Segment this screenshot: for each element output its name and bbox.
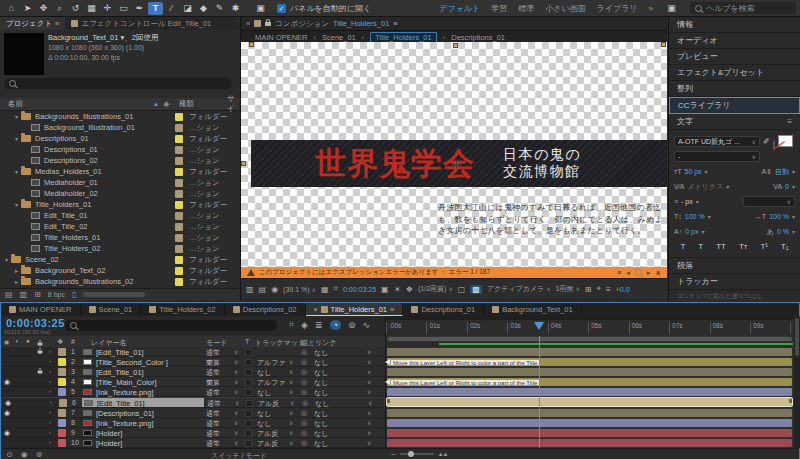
layer-row[interactable]: ◉ › 4 [Title_Main_Color] 乗算 ∨ アルファ ∨ ◎ な…	[1, 377, 385, 387]
rotation-tool[interactable]: ↺	[68, 2, 83, 15]
label-color-chip[interactable]	[175, 223, 183, 231]
layer-handle[interactable]	[249, 42, 254, 47]
label-color-chip[interactable]	[58, 409, 66, 417]
selection-tool[interactable]: ➤	[20, 2, 35, 15]
label-color-chip[interactable]	[58, 439, 66, 447]
hand-tool[interactable]: ✥	[36, 2, 51, 15]
tracker-panel-item[interactable]: トラッカー	[669, 274, 800, 290]
layer-track[interactable]: Move this Layer Left or Right to color a…	[386, 428, 793, 438]
view-layout-select[interactable]: 1画面 ∨	[556, 284, 580, 294]
expander-icon[interactable]: ›	[49, 388, 51, 394]
panel-menu-icon[interactable]: ≡	[393, 19, 397, 28]
layer-row[interactable]: ◉ › 9 [Holder] 通常 ∨ アル反 ∨ ◎ なし ∨	[1, 428, 385, 438]
timeline-tab[interactable]: × Background_Text_01 ≡	[484, 303, 581, 316]
project-row[interactable]: Descriptions_02 …ション	[0, 155, 239, 166]
expander-icon[interactable]: ▾	[12, 113, 21, 120]
t-switch[interactable]	[245, 359, 252, 366]
paragraph-panel-item[interactable]: 段落	[669, 258, 800, 274]
label-color-chip[interactable]	[58, 419, 66, 427]
project-row[interactable]: Background_Illustration_01 …ション	[0, 122, 239, 133]
zoom-tool[interactable]: ⌕	[52, 2, 67, 15]
layer-row[interactable]: ◉ › 5 [Ink_Texture.png] 通常 ∨ なし ∨ ◎ なし ∨	[1, 387, 385, 397]
label-color-chip[interactable]	[58, 368, 66, 376]
timeline-tab[interactable]: × Title_Holders_01 ≡	[306, 303, 404, 316]
breadcrumb-item[interactable]: MAIN OPENER	[255, 33, 308, 42]
project-row[interactable]: Edit_Title_02 …ション	[0, 221, 239, 232]
layer-name[interactable]: [Holder]	[96, 429, 201, 438]
footage-name[interactable]: Background_Text_01	[48, 33, 118, 42]
sort-ascending-icon[interactable]: ▲	[153, 101, 159, 107]
active-camera-select[interactable]: アクティブカメラ ∨	[487, 284, 551, 294]
t-switch[interactable]	[246, 400, 253, 407]
layer-track[interactable]: Move this Layer Left or Right to color a…	[386, 367, 793, 377]
label-color-chip[interactable]	[175, 212, 183, 220]
expander-icon[interactable]: ›	[49, 409, 51, 415]
composition-viewer[interactable]: 世界鬼学会 日本の鬼の 交流博物館 丹波国大江山には鬼神のすみて日暮るれば、近国…	[241, 42, 667, 267]
timeline-vertical-scrollbar[interactable]	[794, 316, 800, 448]
hide-shy-layers-icon[interactable]: ≣	[315, 320, 323, 330]
t-switch[interactable]	[245, 420, 252, 427]
layer-handle[interactable]	[453, 43, 458, 48]
pickwhip-icon[interactable]: ◎	[301, 368, 307, 376]
panel-menu-icon[interactable]: ≡	[390, 305, 394, 314]
switches-modes-toggle[interactable]: スイッチ / モード	[211, 451, 267, 459]
tab-effect-controls[interactable]: エフェクトコントロール Edit_Title_01	[65, 17, 217, 30]
tab-project[interactable]: プロジェクト≡	[0, 17, 65, 30]
anchor-point-icon[interactable]	[452, 160, 461, 169]
timeline-search-input[interactable]	[65, 320, 277, 331]
roto-brush-tool[interactable]: ✎	[212, 2, 227, 15]
always-preview-icon[interactable]: ▥	[246, 285, 254, 294]
rectangle-tool[interactable]: ▭	[116, 2, 131, 15]
panel-list-item[interactable]: 整列	[669, 81, 800, 97]
label-color-chip[interactable]	[175, 278, 183, 286]
lock-icon[interactable]	[38, 371, 43, 374]
work-area-bar[interactable]	[387, 336, 793, 342]
label-color-chip[interactable]	[175, 190, 183, 198]
pickwhip-icon[interactable]: ◎	[301, 439, 307, 447]
layer-name[interactable]: [Edit_Title_01]	[96, 348, 201, 357]
layer-name[interactable]: [Ink_Texture.png]	[96, 419, 201, 428]
pickwhip-icon[interactable]: ◎	[301, 378, 307, 386]
expander-icon[interactable]: ›	[50, 399, 52, 405]
expander-icon[interactable]: ›	[49, 439, 51, 445]
workspace-tab[interactable]: デフォルト	[439, 3, 480, 14]
project-row[interactable]: ▾ Title_Holders_01 フォルダー	[0, 199, 239, 210]
label-color-chip[interactable]	[175, 124, 183, 132]
project-row[interactable]: ▾ Descriptions_01 フォルダー	[0, 133, 239, 144]
timeline-tab[interactable]: × Descriptions_02 ≡	[225, 303, 306, 316]
expand-layer-switches-icon[interactable]: ⊙	[6, 450, 13, 459]
home-tool[interactable]: ⌂	[4, 2, 19, 15]
project-row[interactable]: Mediaholder_02 …ション	[0, 188, 239, 199]
layer-name[interactable]: [Descriptions_01]	[96, 409, 201, 418]
show-channel-icon[interactable]: ❖	[406, 285, 413, 294]
expander-icon[interactable]: ▾	[12, 168, 21, 175]
label-column-icon[interactable]: ❖	[163, 100, 179, 109]
brush-tool[interactable]: ∕	[164, 2, 179, 15]
expander-icon[interactable]: ▸	[12, 278, 21, 285]
label-color-chip[interactable]	[175, 157, 183, 165]
eye-icon[interactable]: ◉	[4, 378, 10, 386]
t-switch[interactable]	[245, 349, 252, 356]
playhead-line[interactable]	[539, 336, 540, 448]
draft-3d-icon[interactable]: ◈	[301, 320, 308, 330]
label-color-chip[interactable]	[175, 168, 183, 176]
puppet-tool[interactable]: ✱	[228, 2, 243, 15]
magnification-select[interactable]: (39.1 %) ∨	[283, 286, 316, 293]
trash-icon[interactable]: ▯	[72, 290, 76, 299]
prev-error-icon[interactable]: ◂	[626, 269, 630, 277]
auto-open-panels-checkbox[interactable]: ✓	[277, 4, 286, 13]
timeline-tab[interactable]: × MAIN OPENER ≡	[1, 303, 81, 316]
project-column-headers[interactable]: 名前 ▲ ❖ 種類 サイ	[0, 98, 239, 111]
layer-row[interactable]: ◉ › 6 [Edit_Title_01] 通常 ∨ アル反 ∨ ◎ なし ∨	[1, 397, 385, 407]
lock-icon[interactable]	[265, 22, 271, 26]
faux-style-button[interactable]: T¹	[760, 242, 768, 251]
project-row[interactable]: ▾ Scene_02 フォルダー	[0, 254, 239, 265]
fast-previews-icon[interactable]: ⌖	[597, 284, 602, 294]
mask-visibility-icon[interactable]: ⌗	[334, 284, 339, 294]
label-color-chip[interactable]	[58, 429, 66, 437]
panel-menu-icon[interactable]: ≡	[55, 19, 59, 28]
leading-value[interactable]: 自動	[775, 167, 789, 177]
expander-icon[interactable]: ▾	[12, 201, 21, 208]
label-color-chip[interactable]	[58, 378, 66, 386]
character-panel-header[interactable]: 文字≡	[669, 114, 800, 130]
